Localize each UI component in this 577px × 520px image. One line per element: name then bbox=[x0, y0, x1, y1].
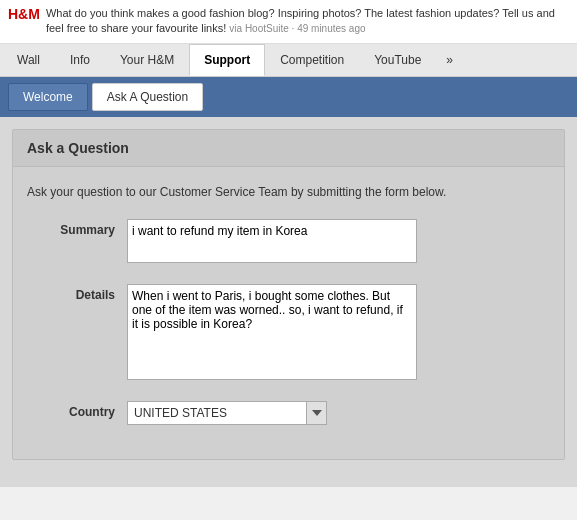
summary-input[interactable]: i want to refund my item in Korea bbox=[127, 219, 417, 263]
sub-tabs: Welcome Ask A Question bbox=[0, 77, 577, 117]
country-dropdown-button[interactable] bbox=[306, 402, 326, 424]
summary-field: i want to refund my item in Korea bbox=[127, 219, 550, 266]
details-label: Details bbox=[27, 284, 127, 302]
country-select[interactable]: UNITED STATES bbox=[127, 401, 327, 425]
brand-name: H&M bbox=[8, 6, 40, 22]
tab-competition[interactable]: Competition bbox=[265, 44, 359, 75]
chevron-down-icon bbox=[312, 410, 322, 416]
tab-youtube[interactable]: YouTube bbox=[359, 44, 436, 75]
form-description: Ask your question to our Customer Servic… bbox=[27, 183, 550, 201]
sub-tab-ask-question[interactable]: Ask A Question bbox=[92, 83, 203, 111]
hootsuite-note: via HootSuite · 49 minutes ago bbox=[229, 23, 365, 34]
tab-your-hm[interactable]: Your H&M bbox=[105, 44, 189, 75]
country-field: UNITED STATES bbox=[127, 401, 550, 425]
main-content: Ask a Question Ask your question to our … bbox=[0, 117, 577, 487]
summary-row: Summary i want to refund my item in Kore… bbox=[27, 219, 550, 266]
country-label: Country bbox=[27, 401, 127, 419]
nav-tabs: Wall Info Your H&M Support Competition Y… bbox=[0, 44, 577, 77]
summary-label: Summary bbox=[27, 219, 127, 237]
details-input[interactable]: When i went to Paris, i bought some clot… bbox=[127, 284, 417, 380]
country-row: Country UNITED STATES bbox=[27, 401, 550, 425]
nav-more-button[interactable]: » bbox=[436, 45, 463, 75]
details-row: Details When i went to Paris, i bought s… bbox=[27, 284, 550, 383]
post-text: What do you think makes a good fashion b… bbox=[46, 6, 569, 37]
country-value: UNITED STATES bbox=[128, 403, 306, 423]
details-field: When i went to Paris, i bought some clot… bbox=[127, 284, 550, 383]
form-card: Ask a Question Ask your question to our … bbox=[12, 129, 565, 460]
tab-support[interactable]: Support bbox=[189, 44, 265, 76]
tab-wall[interactable]: Wall bbox=[2, 44, 55, 75]
top-bar: H&M What do you think makes a good fashi… bbox=[0, 0, 577, 44]
sub-tab-welcome[interactable]: Welcome bbox=[8, 83, 88, 111]
tab-info[interactable]: Info bbox=[55, 44, 105, 75]
form-body: Ask your question to our Customer Servic… bbox=[13, 167, 564, 459]
form-title: Ask a Question bbox=[13, 130, 564, 167]
